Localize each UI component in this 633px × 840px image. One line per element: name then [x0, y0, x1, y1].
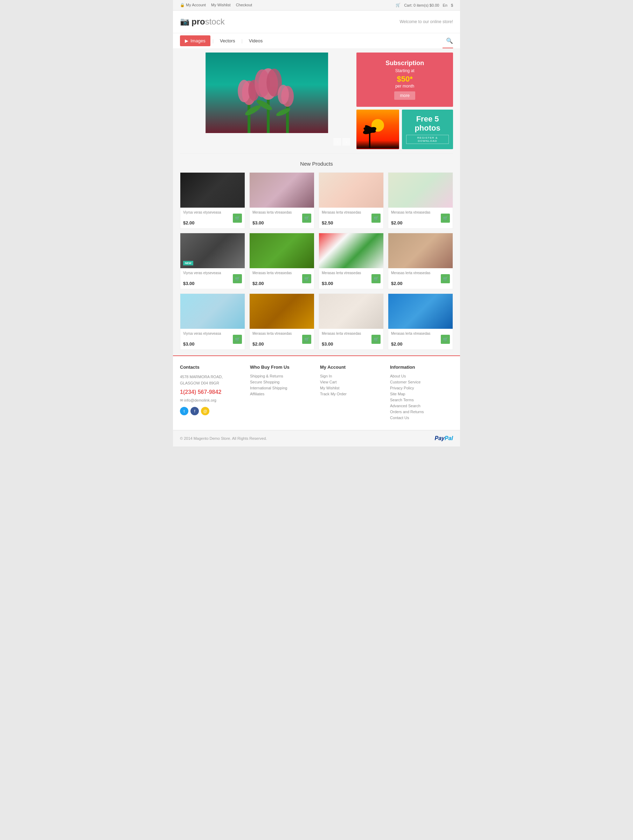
product-text: Merasas lerta vtreasedas$3.00: [322, 271, 361, 286]
product-info: Merasas lerta vtreasedas$2.00🛒: [388, 329, 453, 349]
footer-who: Who Buy From Us Shipping & ReturnsSecure…: [250, 365, 313, 422]
new-badge: NEW: [183, 261, 193, 265]
footer-link[interactable]: Advanced Search: [390, 404, 453, 408]
product-image: [319, 173, 384, 208]
footer-link[interactable]: Track My Order: [320, 392, 383, 396]
twitter-btn[interactable]: t: [180, 407, 188, 415]
product-price: $3.00: [322, 341, 333, 347]
subscription-title: Subscription: [361, 60, 448, 67]
nav-item-videos[interactable]: Videos: [243, 33, 268, 48]
product-card: Merasas lerta vtreasedas$2.00🛒: [388, 172, 453, 229]
add-to-cart-button[interactable]: 🛒: [302, 335, 311, 344]
play-icon: ▶: [185, 38, 188, 43]
footer-link[interactable]: Shipping & Returns: [250, 374, 313, 378]
product-info: Merasas lerta vtreasedas$2.50🛒: [319, 208, 384, 228]
subscription-starting: Starting at: [361, 68, 448, 73]
footer-link[interactable]: Affiliates: [250, 392, 313, 396]
subscription-more-btn[interactable]: more: [394, 92, 415, 100]
product-info: Merasas lerta vtreasedas$3.00🛒: [249, 208, 314, 228]
hero-next-btn[interactable]: ›: [343, 138, 350, 146]
product-text: Merasas lerta vtreasedas$2.50: [322, 210, 361, 226]
product-price: $2.00: [391, 220, 403, 226]
product-info: Viyrsa veras etyseveasa$3.00🛒: [180, 268, 245, 289]
search-button[interactable]: 🔍: [446, 38, 453, 44]
product-price: $3.00: [253, 220, 264, 226]
free-title: Free 5: [406, 115, 449, 123]
cart-info[interactable]: Cart: 0 item(s) $0.00: [404, 3, 439, 7]
product-info: Viyrsa veras etyseveasa$3.00🛒: [180, 329, 245, 349]
add-to-cart-button[interactable]: 🛒: [441, 213, 450, 223]
facebook-btn[interactable]: f: [191, 407, 199, 415]
free-cta: REGISTER & DOWNLOAD: [406, 135, 449, 144]
welcome-text: Welcome to our online store!: [399, 19, 453, 24]
product-price: $2.00: [391, 341, 403, 347]
product-image: [319, 233, 384, 268]
subscription-banner: Subscription Starting at $50* per month …: [357, 52, 453, 107]
product-card: Merasas lerta vtreasedas$2.50🛒: [319, 172, 384, 229]
lang-selector[interactable]: En: [442, 3, 447, 7]
hero-prev-btn[interactable]: ‹: [333, 138, 341, 146]
product-info: Merasas lerta vtreasedas$2.00🛒: [249, 329, 314, 349]
lock-icon: 🔒: [180, 3, 185, 7]
footer-link[interactable]: Search Terms: [390, 398, 453, 402]
add-to-cart-button[interactable]: 🛒: [371, 274, 380, 283]
footer-link[interactable]: Sign In: [320, 374, 383, 378]
nav-item-vectors[interactable]: Vectors: [214, 33, 240, 48]
footer-info: Information About UsCustomer ServicePriv…: [390, 365, 453, 422]
add-to-cart-button[interactable]: 🛒: [371, 335, 380, 344]
add-to-cart-button[interactable]: 🛒: [371, 213, 380, 223]
footer-link[interactable]: Contact Us: [390, 415, 453, 420]
currency-selector[interactable]: $: [451, 3, 453, 7]
top-bar-right: 🛒 Cart: 0 item(s) $0.00 En $: [396, 3, 453, 7]
add-to-cart-button[interactable]: 🛒: [441, 274, 450, 283]
footer-link[interactable]: Customer Service: [390, 380, 453, 384]
product-info: Merasas lerta vtreasedas$3.00🛒: [319, 268, 384, 289]
footer-link[interactable]: Privacy Policy: [390, 386, 453, 390]
product-name: Viyrsa veras etyseveasa: [183, 210, 221, 214]
free-photos-banner[interactable]: Free 5 photos REGISTER & DOWNLOAD: [402, 110, 453, 149]
product-info: Merasas lerta vtreasedas$2.00🛒: [249, 268, 314, 289]
footer-link[interactable]: International Shipping: [250, 386, 313, 390]
product-price: $2.00: [391, 281, 403, 286]
product-text: Merasas lerta vtreasedas$3.00: [253, 210, 292, 226]
logo[interactable]: 📷 prostock: [180, 17, 225, 27]
product-name: Merasas lerta vtreasedas: [391, 332, 430, 335]
nav-item-images[interactable]: ▶ Images: [180, 35, 210, 46]
add-to-cart-button[interactable]: 🛒: [233, 335, 242, 344]
my-account-link[interactable]: My Account: [186, 3, 206, 7]
logo-text: prostock: [191, 17, 225, 27]
footer-email[interactable]: ✉ info@demolink.org: [180, 398, 243, 403]
footer-link[interactable]: Secure Shopping: [250, 380, 313, 384]
hero-tulip-art: [180, 52, 354, 133]
add-to-cart-button[interactable]: 🛒: [233, 213, 242, 223]
footer-link[interactable]: About Us: [390, 374, 453, 378]
products-grid: Viyrsa veras etyseveasa$2.00🛒Merasas ler…: [173, 172, 460, 355]
footer: Contacts 4578 MARMORA ROAD, GLASGOW D04 …: [173, 355, 460, 430]
nav-divider-2: |: [241, 38, 242, 43]
product-info: Viyrsa veras etyseveasa$2.00🛒: [180, 208, 245, 228]
hero-bottom-banners: Free 5 photos REGISTER & DOWNLOAD: [357, 110, 453, 149]
who-title: Who Buy From Us: [250, 365, 313, 370]
email-social-btn[interactable]: @: [201, 407, 209, 415]
who-links: Shipping & ReturnsSecure ShoppingInterna…: [250, 374, 313, 396]
subscription-price: $50*: [361, 74, 448, 84]
footer-link[interactable]: View Cart: [320, 380, 383, 384]
my-wishlist-link[interactable]: My Wishlist: [211, 3, 231, 7]
footer-link[interactable]: Orders and Returns: [390, 410, 453, 414]
add-to-cart-button[interactable]: 🛒: [302, 213, 311, 223]
footer-link[interactable]: My Wishlist: [320, 386, 383, 390]
checkout-link[interactable]: Checkout: [236, 3, 252, 7]
product-image: [249, 294, 314, 329]
product-info: Merasas lerta vtreasedas$2.00🛒: [388, 268, 453, 289]
add-to-cart-button[interactable]: 🛒: [441, 335, 450, 344]
footer-link[interactable]: Site Map: [390, 392, 453, 396]
product-price: $3.00: [322, 281, 333, 286]
top-bar: 🔒 My Account My Wishlist Checkout 🛒 Cart…: [173, 0, 460, 11]
footer-phone[interactable]: 1(234) 567-9842: [180, 389, 243, 395]
product-name: Merasas lerta vtreasedas: [253, 332, 292, 335]
add-to-cart-button[interactable]: 🛒: [233, 274, 242, 283]
hero-main-image: ‹ ›: [180, 52, 354, 149]
add-to-cart-button[interactable]: 🛒: [302, 274, 311, 283]
product-price: $2.50: [322, 220, 333, 226]
product-text: Viyrsa veras etyseveasa$3.00: [183, 332, 221, 347]
